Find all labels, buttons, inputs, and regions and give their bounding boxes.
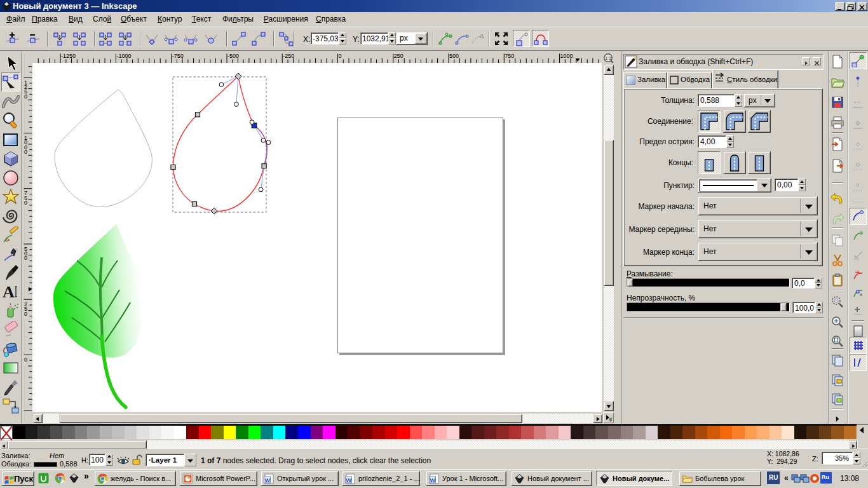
svg-text:0: 0 xyxy=(24,200,27,206)
svg-text:W: W xyxy=(346,477,352,484)
svg-text:1000: 1000 xyxy=(560,53,573,59)
svg-text:-1250: -1250 xyxy=(61,53,76,59)
svg-text:-750: -750 xyxy=(172,53,184,59)
svg-text:250: 250 xyxy=(394,53,403,59)
svg-text:0: 0 xyxy=(24,255,27,261)
svg-text:500: 500 xyxy=(449,53,459,59)
svg-text:-1000: -1000 xyxy=(116,53,131,59)
svg-text:-500: -500 xyxy=(227,53,239,59)
svg-text:W: W xyxy=(430,477,436,484)
svg-text:A: A xyxy=(3,283,15,301)
svg-text:0: 0 xyxy=(24,149,27,155)
svg-text:0: 0 xyxy=(24,311,27,317)
svg-text:0: 0 xyxy=(24,356,27,363)
svg-text:0: 0 xyxy=(339,53,342,59)
svg-text:W: W xyxy=(265,477,271,484)
svg-text:-250: -250 xyxy=(283,53,294,59)
svg-text:0: 0 xyxy=(24,93,27,100)
svg-text:750: 750 xyxy=(505,53,514,59)
svg-text:1:1: 1:1 xyxy=(605,56,611,60)
